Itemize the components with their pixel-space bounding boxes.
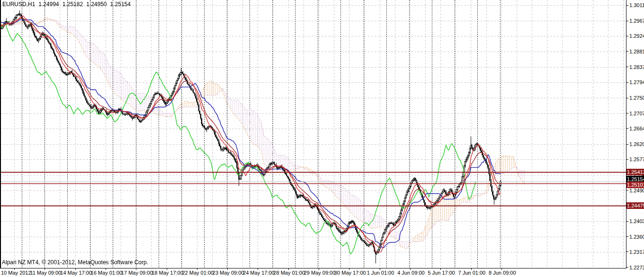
level-price-badge: 1.24475 bbox=[626, 202, 644, 209]
price-tick-label: 1.23170 bbox=[626, 249, 644, 255]
price-tick-label: 1.25770 bbox=[626, 156, 644, 163]
price-tick-label: 1.29670 bbox=[626, 18, 644, 24]
price-tick-label: 1.28810 bbox=[626, 48, 644, 54]
price-tick-label: 1.24030 bbox=[626, 218, 644, 225]
price-tick-label: 1.24900 bbox=[626, 187, 644, 193]
price-tick-label: 1.23600 bbox=[626, 234, 644, 240]
level-price-badge: 1.25413 bbox=[626, 169, 644, 175]
chart-canvas[interactable] bbox=[0, 0, 626, 268]
mt4-terminal-window: EURUSD,H11.249941.251821.249501.25154 Al… bbox=[0, 0, 644, 277]
price-tick-label: 1.26200 bbox=[626, 141, 644, 147]
price-tick-label: 1.26640 bbox=[626, 125, 644, 131]
time-tick-label: 8 Jun 09:00 bbox=[484, 270, 520, 276]
price-tick-label: 1.29240 bbox=[626, 33, 644, 39]
close-value: 1.25154 bbox=[110, 1, 131, 8]
symbol-period-label: EURUSD,H1 bbox=[2, 1, 35, 8]
chart-plot-area[interactable]: EURUSD,H11.249941.251821.249501.25154 Al… bbox=[0, 0, 626, 268]
low-value: 1.24950 bbox=[86, 1, 107, 8]
price-tick-label: 1.22730 bbox=[626, 264, 644, 270]
chart-title: EURUSD,H11.249941.251821.249501.25154 bbox=[2, 1, 134, 8]
price-tick-label: 1.27070 bbox=[626, 110, 644, 116]
high-value: 1.25182 bbox=[63, 1, 83, 8]
open-value: 1.24994 bbox=[38, 1, 59, 8]
price-tick-label: 1.27500 bbox=[626, 95, 644, 101]
time-axis[interactable]: 10 May 201211 May 09:0014 May 17:0016 Ma… bbox=[0, 268, 626, 277]
price-tick-label: 1.27940 bbox=[626, 79, 644, 86]
level-price-badge: 1.25101 bbox=[626, 182, 644, 188]
copyright-text: Alpari NZ MT4, © 2001-2012, MetaQuotes S… bbox=[2, 259, 148, 266]
price-tick-label: 1.28370 bbox=[626, 64, 644, 70]
price-axis[interactable]: 1.301101.296701.292401.288101.283701.279… bbox=[626, 0, 644, 277]
price-tick-label: 1.30110 bbox=[626, 2, 644, 9]
